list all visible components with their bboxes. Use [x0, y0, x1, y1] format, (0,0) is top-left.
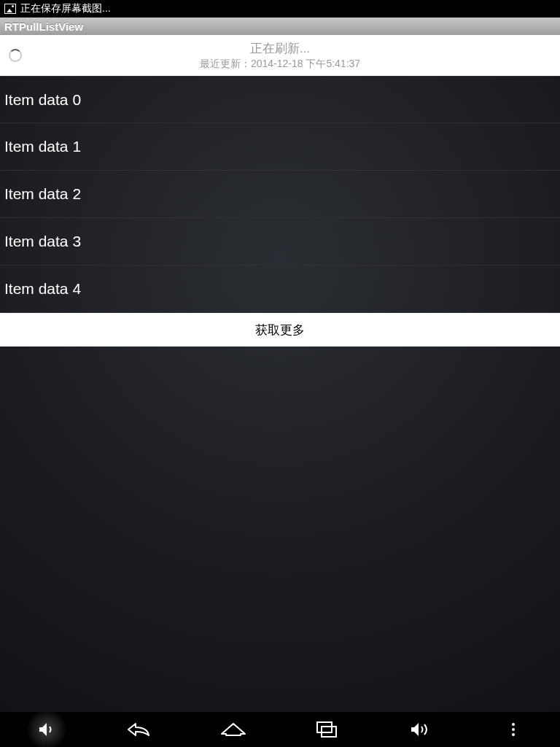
list-item[interactable]: Item data 4: [0, 266, 560, 313]
list-item[interactable]: Item data 2: [0, 171, 560, 218]
list-item[interactable]: Item data 1: [0, 123, 560, 171]
list-item-label: Item data 0: [4, 91, 81, 109]
empty-space: [0, 347, 560, 712]
list-item-label: Item data 4: [4, 280, 81, 298]
recent-apps-icon: [315, 720, 338, 739]
load-more-button[interactable]: 获取更多: [0, 313, 560, 347]
back-button[interactable]: [117, 712, 163, 747]
list-item-label: Item data 2: [4, 185, 81, 203]
home-button[interactable]: [210, 712, 257, 747]
load-more-label: 获取更多: [255, 322, 305, 338]
volume-loud-icon: [409, 719, 431, 740]
back-icon: [125, 719, 155, 740]
status-bar: 正在保存屏幕截图...: [0, 0, 560, 18]
app-title: RTPullListView: [4, 20, 83, 33]
list-item[interactable]: Item data 0: [0, 76, 560, 123]
screenshot-icon: [4, 4, 16, 14]
volume-button[interactable]: [23, 712, 70, 747]
navigation-bar: [0, 712, 560, 747]
home-icon: [219, 721, 248, 738]
loading-spinner-icon: [9, 49, 22, 62]
volume-icon: [36, 719, 57, 740]
menu-dots-icon: [512, 723, 515, 736]
volume-button-2[interactable]: [397, 712, 443, 747]
recent-apps-button[interactable]: [303, 712, 350, 747]
refresh-last-update: 最近更新：2014-12-18 下午5:41:37: [0, 57, 560, 70]
list-view[interactable]: Item data 0 Item data 1 Item data 2 Item…: [0, 76, 560, 313]
menu-button[interactable]: [490, 712, 537, 747]
app-title-bar: RTPullListView: [0, 18, 560, 35]
refresh-status-text: 正在刷新...: [0, 41, 560, 57]
list-item-label: Item data 1: [4, 138, 81, 155]
list-item-label: Item data 3: [4, 233, 81, 250]
pull-refresh-header[interactable]: 正在刷新... 最近更新：2014-12-18 下午5:41:37: [0, 35, 560, 76]
list-item[interactable]: Item data 3: [0, 218, 560, 266]
status-bar-text: 正在保存屏幕截图...: [20, 2, 111, 15]
